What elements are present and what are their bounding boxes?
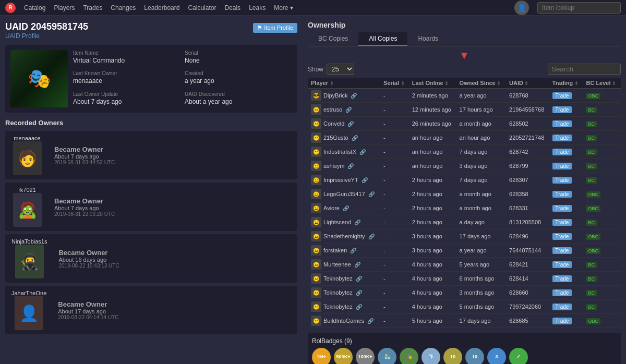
owner-became-label: Became Owner [58, 300, 291, 308]
trade-button[interactable]: Trade [552, 247, 572, 254]
player-name[interactable]: Murteenee [323, 261, 351, 268]
table-row: 😎 DipyBrick 🔗 - 2 minutes ago a year ago… [308, 89, 621, 103]
uaid-link[interactable]: UAID Profile [5, 32, 88, 40]
col-player[interactable]: Player [308, 78, 380, 89]
trade-button[interactable]: Trade [552, 205, 572, 212]
player-name[interactable]: 215Gusto [323, 135, 348, 141]
player-name[interactable]: BuildIntoGames [323, 318, 364, 324]
badge-item[interactable]: 500K+ [334, 348, 353, 364]
player-name[interactable]: Aviore [323, 205, 340, 211]
player-name[interactable]: Teknobytez [323, 275, 353, 282]
player-link-icon[interactable]: 🔗 [362, 177, 368, 183]
player-name[interactable]: Lightscend [323, 219, 351, 225]
trade-button[interactable]: Trade [552, 219, 572, 226]
nav-deals[interactable]: Deals [224, 4, 240, 11]
player-link-icon[interactable]: 🔗 [343, 205, 349, 211]
player-link-icon[interactable]: 🔗 [347, 163, 354, 169]
player-name[interactable]: DipyBrick [323, 92, 347, 99]
trade-button[interactable]: Trade [552, 275, 572, 282]
player-link-icon[interactable]: 🔗 [351, 93, 357, 99]
badge-item[interactable]: 💎 [422, 348, 440, 364]
player-name[interactable]: Shadethemighty [323, 233, 365, 239]
player-name[interactable]: ashisym [323, 163, 344, 169]
user-avatar[interactable]: 👤 [514, 1, 529, 15]
player-name[interactable]: Teknobytez [323, 304, 353, 310]
col-uaid[interactable]: UAID [506, 78, 549, 89]
trade-button[interactable]: Trade [552, 149, 572, 155]
trade-button[interactable]: Trade [552, 106, 572, 113]
trade-button[interactable]: Trade [552, 289, 572, 296]
player-name[interactable]: ImprsssiveYT [323, 177, 358, 183]
badge-item[interactable]: 10 [465, 348, 484, 364]
nav-leaderboard[interactable]: Leaderboard [144, 4, 179, 11]
trade-button[interactable]: Trade [552, 163, 572, 169]
badge-item[interactable]: 10 [443, 348, 462, 364]
owner-time: About 17 days ago [58, 308, 291, 314]
bc-badge: OBC [586, 318, 600, 324]
trade-button[interactable]: Trade [552, 318, 572, 324]
col-owned-since[interactable]: Owned Since [456, 78, 506, 89]
nav-trades[interactable]: Trades [83, 4, 102, 11]
tab-hoards[interactable]: Hoards [407, 32, 449, 46]
player-link-icon[interactable]: 🔗 [350, 248, 356, 253]
player-link-icon[interactable]: 🔗 [352, 135, 358, 141]
player-link-icon[interactable]: 🔗 [356, 290, 362, 296]
table-row: 😐 Teknobytez 🔗 - 4 hours ago 5 months ag… [308, 300, 621, 314]
player-name[interactable]: Conveld [323, 120, 344, 127]
search-input[interactable] [548, 64, 621, 75]
badge-item[interactable]: 1M+ [312, 348, 331, 364]
serial-cell: - [380, 159, 409, 173]
trade-button[interactable]: Trade [552, 191, 572, 198]
nav-leaks[interactable]: Leaks [249, 4, 266, 11]
trade-button[interactable]: Trade [552, 233, 572, 240]
ownership-title: Ownership [308, 21, 621, 29]
item-profile-button[interactable]: ⚑ Item Profile [253, 23, 297, 33]
badge-item[interactable]: 100K+ [356, 348, 375, 364]
badge-item[interactable]: 3 [487, 348, 506, 364]
col-last-online[interactable]: Last Online [409, 78, 456, 89]
player-link-icon[interactable]: 🔗 [354, 262, 360, 268]
player-link-icon[interactable]: 🔗 [354, 220, 360, 225]
player-link-icon[interactable]: 🔗 [368, 234, 375, 239]
trade-button[interactable]: Trade [552, 92, 572, 99]
badge-item[interactable]: 🏪 [378, 348, 396, 364]
last-online-cell: 4 hours ago [409, 272, 456, 286]
player-avatar-sm: 😐 [311, 118, 321, 129]
col-serial[interactable]: Serial [380, 78, 409, 89]
nav-calculator[interactable]: Calculator [188, 4, 216, 11]
trade-button[interactable]: Trade [552, 120, 572, 127]
tab-bc-copies[interactable]: BC Copies [308, 32, 358, 46]
show-select[interactable]: 2550100 [327, 64, 354, 75]
trade-button[interactable]: Trade [552, 304, 572, 310]
player-name[interactable]: forstaken [323, 247, 347, 253]
player-link-icon[interactable]: 🔗 [347, 121, 354, 127]
player-link-icon[interactable]: 🔗 [368, 191, 375, 197]
badge-item[interactable]: 🎭 [400, 348, 418, 364]
player-name[interactable]: Teknobytez [323, 289, 353, 296]
owner-became-label: Became Owner [58, 249, 291, 257]
player-link-icon[interactable]: 🔗 [345, 107, 352, 113]
col-trading[interactable]: Trading [549, 78, 583, 89]
player-link-icon[interactable]: 🔗 [356, 304, 362, 310]
player-link-icon[interactable]: 🔗 [356, 276, 362, 282]
player-name[interactable]: IndustrialistX [323, 149, 356, 155]
player-avatar-sm: 😐 [311, 273, 321, 284]
nav-players[interactable]: Players [54, 4, 75, 11]
badge-item[interactable]: ✓ [509, 348, 528, 364]
col-bc-level[interactable]: BC Level [583, 78, 621, 89]
serial-cell: - [380, 201, 409, 215]
player-link-icon[interactable]: 🔗 [359, 149, 366, 155]
trade-button[interactable]: Trade [552, 135, 572, 141]
trade-button[interactable]: Trade [552, 261, 572, 268]
nav-catalog[interactable]: Catalog [24, 4, 45, 11]
nav-more[interactable]: More ▾ [274, 4, 293, 11]
player-name[interactable]: LegoGuru35417 [323, 191, 365, 197]
trade-button[interactable]: Trade [552, 177, 572, 184]
serial-cell: - [380, 244, 409, 258]
nav-changes[interactable]: Changes [111, 4, 136, 11]
player-link-icon[interactable]: 🔗 [367, 318, 374, 324]
owner-avatar-emoji: 🧑 [18, 149, 37, 167]
tab-all-copies[interactable]: All Copies [358, 32, 407, 46]
player-name[interactable]: estruso [323, 106, 342, 113]
item-lookup-input[interactable] [537, 2, 621, 14]
